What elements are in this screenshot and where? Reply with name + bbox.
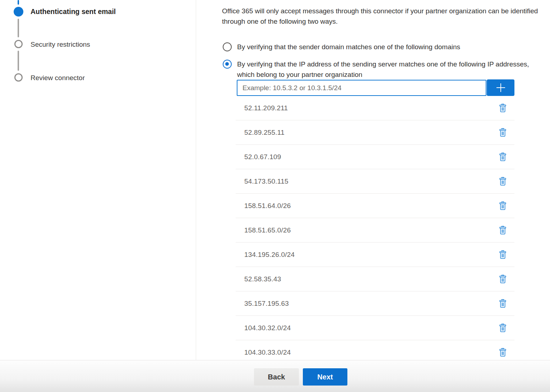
ip-address-row: 158.51.64.0/26 bbox=[236, 194, 514, 218]
trash-icon bbox=[499, 250, 507, 259]
back-button[interactable]: Back bbox=[254, 368, 299, 386]
ip-address-row: 54.173.50.115 bbox=[236, 169, 514, 194]
radio-option-label: By verifying that the sender domain matc… bbox=[237, 42, 539, 52]
radio-unselected-icon[interactable] bbox=[223, 42, 232, 51]
connector-wizard-page: Authenticating sent email Security restr… bbox=[0, 0, 550, 360]
panel-description: Office 365 will only accept messages thr… bbox=[222, 6, 550, 27]
ip-address-value: 158.51.65.0/26 bbox=[236, 226, 291, 234]
ip-address-row: 35.157.195.63 bbox=[236, 291, 514, 316]
ip-address-value: 134.195.26.0/24 bbox=[236, 251, 295, 259]
ip-address-value: 52.0.67.109 bbox=[236, 153, 281, 161]
ip-address-value: 52.58.35.43 bbox=[236, 275, 281, 283]
delete-ip-button[interactable] bbox=[496, 101, 509, 115]
delete-ip-button[interactable] bbox=[496, 346, 509, 359]
ip-address-row: 104.30.32.0/24 bbox=[236, 316, 514, 340]
plus-icon bbox=[495, 82, 507, 93]
ip-address-value: 35.157.195.63 bbox=[236, 300, 289, 308]
authenticating-sent-email-panel: Office 365 will only accept messages thr… bbox=[0, 0, 550, 360]
delete-ip-button[interactable] bbox=[496, 321, 509, 335]
ip-address-value: 104.30.32.0/24 bbox=[236, 324, 291, 332]
delete-ip-button[interactable] bbox=[496, 223, 509, 237]
radio-option-sender-domain[interactable]: By verifying that the sender domain matc… bbox=[223, 42, 539, 52]
trash-icon bbox=[499, 226, 507, 235]
next-button[interactable]: Next bbox=[303, 368, 347, 386]
trash-icon bbox=[499, 323, 507, 332]
trash-icon bbox=[499, 299, 507, 308]
radio-option-ip-address[interactable]: By verifying that the IP address of the … bbox=[223, 59, 532, 80]
trash-icon bbox=[499, 152, 507, 161]
ip-address-row: 52.11.209.211 bbox=[236, 96, 514, 120]
radio-selected-icon[interactable] bbox=[223, 60, 232, 69]
ip-address-input[interactable] bbox=[237, 80, 486, 96]
add-ip-button[interactable] bbox=[487, 79, 514, 96]
ip-address-value: 104.30.33.0/24 bbox=[236, 349, 291, 356]
ip-address-value: 52.11.209.211 bbox=[236, 104, 288, 112]
ip-address-value: 158.51.64.0/26 bbox=[236, 202, 291, 210]
trash-icon bbox=[499, 103, 507, 112]
trash-icon bbox=[499, 275, 507, 283]
trash-icon bbox=[499, 201, 507, 210]
delete-ip-button[interactable] bbox=[496, 175, 509, 188]
delete-ip-button[interactable] bbox=[496, 126, 509, 139]
trash-icon bbox=[499, 177, 507, 186]
ip-address-value: 52.89.255.11 bbox=[236, 129, 285, 137]
ip-address-row: 52.0.67.109 bbox=[236, 145, 514, 169]
ip-address-value: 54.173.50.115 bbox=[236, 177, 288, 185]
trash-icon bbox=[499, 348, 507, 357]
ip-address-row: 134.195.26.0/24 bbox=[236, 243, 514, 267]
delete-ip-button[interactable] bbox=[496, 297, 509, 310]
delete-ip-button[interactable] bbox=[496, 272, 509, 286]
ip-address-row: 52.58.35.43 bbox=[236, 267, 514, 291]
ip-address-list: 52.11.209.211 bbox=[236, 96, 514, 360]
delete-ip-button[interactable] bbox=[496, 248, 509, 262]
radio-option-label: By verifying that the IP address of the … bbox=[237, 59, 532, 80]
trash-icon bbox=[499, 128, 507, 137]
delete-ip-button[interactable] bbox=[496, 199, 509, 213]
ip-address-row: 52.89.255.11 bbox=[236, 120, 514, 145]
ip-address-row: 104.30.33.0/24 bbox=[236, 340, 514, 360]
ip-address-row: 158.51.65.0/26 bbox=[236, 218, 514, 243]
delete-ip-button[interactable] bbox=[496, 150, 509, 164]
